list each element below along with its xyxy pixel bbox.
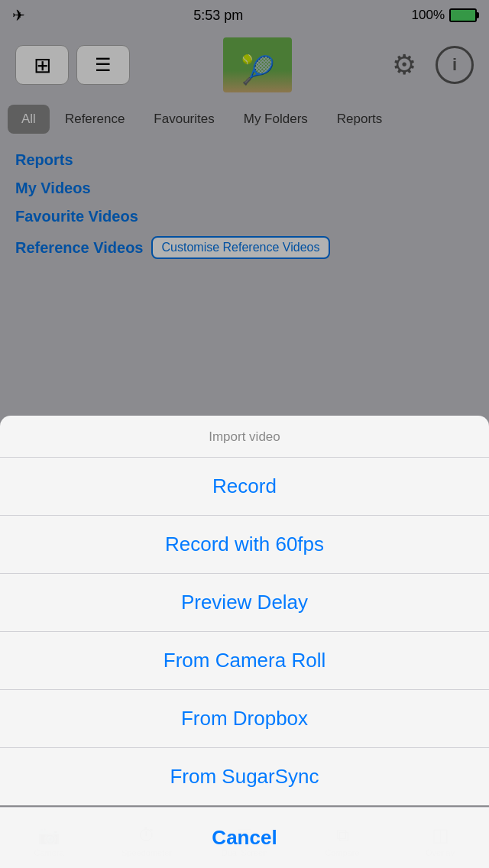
modal-title: Import video bbox=[0, 416, 489, 458]
import-video-sheet: Import video Record Record with 60fps Pr… bbox=[0, 416, 489, 868]
dropbox-button[interactable]: From Dropbox bbox=[0, 690, 489, 748]
action-sheet-content: Import video Record Record with 60fps Pr… bbox=[0, 416, 489, 805]
cancel-bar: Cancel bbox=[0, 807, 489, 868]
camera-roll-button[interactable]: From Camera Roll bbox=[0, 632, 489, 690]
sugarsync-button[interactable]: From SugarSync bbox=[0, 748, 489, 805]
record-button[interactable]: Record bbox=[0, 458, 489, 516]
cancel-button[interactable]: Cancel bbox=[0, 808, 489, 868]
record-60fps-button[interactable]: Record with 60fps bbox=[0, 516, 489, 574]
preview-delay-button[interactable]: Preview Delay bbox=[0, 574, 489, 632]
